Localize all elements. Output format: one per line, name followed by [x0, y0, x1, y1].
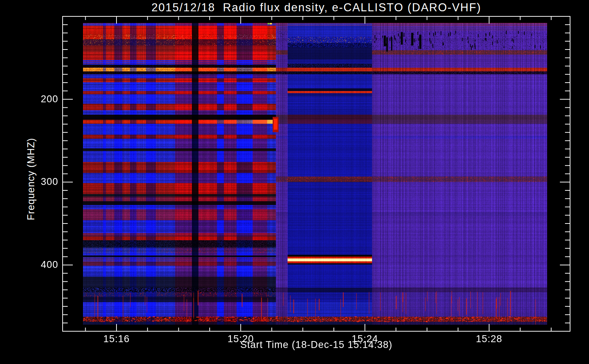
- axes-frame: [0, 0, 589, 364]
- y-tick-label: 400: [36, 259, 58, 270]
- tick-marks: [63, 16, 570, 331]
- y-tick-label: 300: [36, 176, 58, 187]
- y-tick-label: 200: [36, 94, 58, 105]
- spectrogram-figure: 2015/12/18 Radio flux density, e-CALLIST…: [0, 0, 589, 364]
- x-axis-label: Start Time (18-Dec-15 15:14:38): [63, 339, 570, 351]
- plot-border: [63, 16, 570, 331]
